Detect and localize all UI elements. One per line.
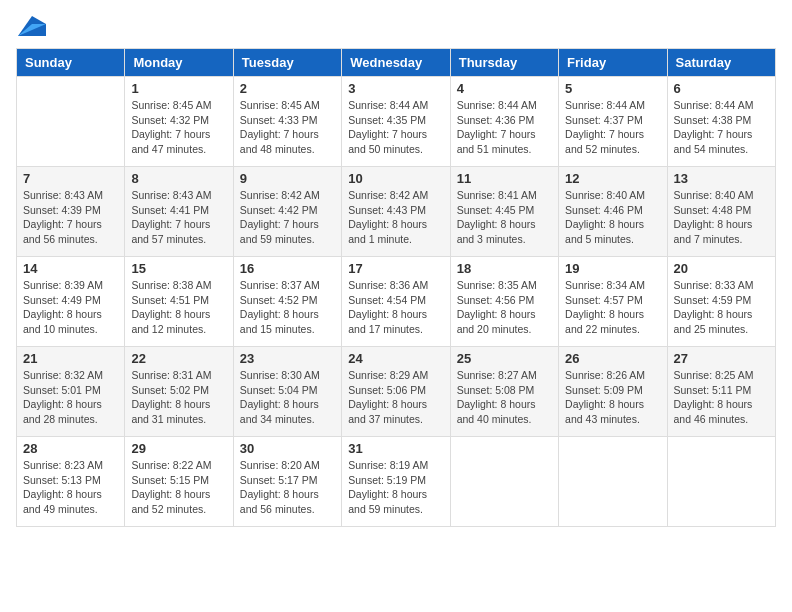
calendar-cell: 6Sunrise: 8:44 AM Sunset: 4:38 PM Daylig…	[667, 77, 775, 167]
calendar-cell: 2Sunrise: 8:45 AM Sunset: 4:33 PM Daylig…	[233, 77, 341, 167]
day-number: 29	[131, 441, 226, 456]
header-friday: Friday	[559, 49, 667, 77]
day-info: Sunrise: 8:38 AM Sunset: 4:51 PM Dayligh…	[131, 278, 226, 337]
day-number: 30	[240, 441, 335, 456]
day-number: 5	[565, 81, 660, 96]
day-info: Sunrise: 8:33 AM Sunset: 4:59 PM Dayligh…	[674, 278, 769, 337]
day-info: Sunrise: 8:36 AM Sunset: 4:54 PM Dayligh…	[348, 278, 443, 337]
day-number: 25	[457, 351, 552, 366]
day-number: 11	[457, 171, 552, 186]
calendar-week-row: 1Sunrise: 8:45 AM Sunset: 4:32 PM Daylig…	[17, 77, 776, 167]
day-info: Sunrise: 8:44 AM Sunset: 4:35 PM Dayligh…	[348, 98, 443, 157]
header-wednesday: Wednesday	[342, 49, 450, 77]
calendar-cell: 24Sunrise: 8:29 AM Sunset: 5:06 PM Dayli…	[342, 347, 450, 437]
day-info: Sunrise: 8:30 AM Sunset: 5:04 PM Dayligh…	[240, 368, 335, 427]
calendar-week-row: 28Sunrise: 8:23 AM Sunset: 5:13 PM Dayli…	[17, 437, 776, 527]
calendar-cell: 14Sunrise: 8:39 AM Sunset: 4:49 PM Dayli…	[17, 257, 125, 347]
day-info: Sunrise: 8:45 AM Sunset: 4:33 PM Dayligh…	[240, 98, 335, 157]
calendar-cell: 4Sunrise: 8:44 AM Sunset: 4:36 PM Daylig…	[450, 77, 558, 167]
day-info: Sunrise: 8:42 AM Sunset: 4:43 PM Dayligh…	[348, 188, 443, 247]
logo	[16, 16, 46, 36]
calendar-cell: 25Sunrise: 8:27 AM Sunset: 5:08 PM Dayli…	[450, 347, 558, 437]
calendar-cell: 1Sunrise: 8:45 AM Sunset: 4:32 PM Daylig…	[125, 77, 233, 167]
calendar-week-row: 7Sunrise: 8:43 AM Sunset: 4:39 PM Daylig…	[17, 167, 776, 257]
calendar-week-row: 14Sunrise: 8:39 AM Sunset: 4:49 PM Dayli…	[17, 257, 776, 347]
day-number: 10	[348, 171, 443, 186]
day-info: Sunrise: 8:44 AM Sunset: 4:37 PM Dayligh…	[565, 98, 660, 157]
header-thursday: Thursday	[450, 49, 558, 77]
calendar-cell: 27Sunrise: 8:25 AM Sunset: 5:11 PM Dayli…	[667, 347, 775, 437]
day-number: 18	[457, 261, 552, 276]
calendar-cell: 8Sunrise: 8:43 AM Sunset: 4:41 PM Daylig…	[125, 167, 233, 257]
calendar-cell: 5Sunrise: 8:44 AM Sunset: 4:37 PM Daylig…	[559, 77, 667, 167]
calendar-cell: 29Sunrise: 8:22 AM Sunset: 5:15 PM Dayli…	[125, 437, 233, 527]
calendar-cell: 16Sunrise: 8:37 AM Sunset: 4:52 PM Dayli…	[233, 257, 341, 347]
day-number: 31	[348, 441, 443, 456]
day-info: Sunrise: 8:40 AM Sunset: 4:46 PM Dayligh…	[565, 188, 660, 247]
calendar-header-row: SundayMondayTuesdayWednesdayThursdayFrid…	[17, 49, 776, 77]
calendar-cell: 18Sunrise: 8:35 AM Sunset: 4:56 PM Dayli…	[450, 257, 558, 347]
calendar-cell: 10Sunrise: 8:42 AM Sunset: 4:43 PM Dayli…	[342, 167, 450, 257]
calendar-week-row: 21Sunrise: 8:32 AM Sunset: 5:01 PM Dayli…	[17, 347, 776, 437]
calendar-cell	[450, 437, 558, 527]
day-info: Sunrise: 8:19 AM Sunset: 5:19 PM Dayligh…	[348, 458, 443, 517]
day-number: 4	[457, 81, 552, 96]
calendar-cell: 23Sunrise: 8:30 AM Sunset: 5:04 PM Dayli…	[233, 347, 341, 437]
day-number: 22	[131, 351, 226, 366]
day-info: Sunrise: 8:40 AM Sunset: 4:48 PM Dayligh…	[674, 188, 769, 247]
day-info: Sunrise: 8:20 AM Sunset: 5:17 PM Dayligh…	[240, 458, 335, 517]
day-number: 24	[348, 351, 443, 366]
calendar-cell	[559, 437, 667, 527]
day-number: 27	[674, 351, 769, 366]
page-header	[16, 16, 776, 36]
day-number: 6	[674, 81, 769, 96]
day-info: Sunrise: 8:44 AM Sunset: 4:38 PM Dayligh…	[674, 98, 769, 157]
header-monday: Monday	[125, 49, 233, 77]
day-number: 9	[240, 171, 335, 186]
day-info: Sunrise: 8:39 AM Sunset: 4:49 PM Dayligh…	[23, 278, 118, 337]
calendar-cell: 30Sunrise: 8:20 AM Sunset: 5:17 PM Dayli…	[233, 437, 341, 527]
day-number: 17	[348, 261, 443, 276]
day-number: 28	[23, 441, 118, 456]
calendar-cell: 20Sunrise: 8:33 AM Sunset: 4:59 PM Dayli…	[667, 257, 775, 347]
calendar-cell	[17, 77, 125, 167]
day-number: 14	[23, 261, 118, 276]
day-number: 15	[131, 261, 226, 276]
calendar-cell: 3Sunrise: 8:44 AM Sunset: 4:35 PM Daylig…	[342, 77, 450, 167]
day-info: Sunrise: 8:23 AM Sunset: 5:13 PM Dayligh…	[23, 458, 118, 517]
day-info: Sunrise: 8:37 AM Sunset: 4:52 PM Dayligh…	[240, 278, 335, 337]
calendar-table: SundayMondayTuesdayWednesdayThursdayFrid…	[16, 48, 776, 527]
calendar-cell: 19Sunrise: 8:34 AM Sunset: 4:57 PM Dayli…	[559, 257, 667, 347]
calendar-cell: 17Sunrise: 8:36 AM Sunset: 4:54 PM Dayli…	[342, 257, 450, 347]
calendar-cell: 12Sunrise: 8:40 AM Sunset: 4:46 PM Dayli…	[559, 167, 667, 257]
day-info: Sunrise: 8:22 AM Sunset: 5:15 PM Dayligh…	[131, 458, 226, 517]
calendar-cell: 15Sunrise: 8:38 AM Sunset: 4:51 PM Dayli…	[125, 257, 233, 347]
day-number: 23	[240, 351, 335, 366]
calendar-cell: 7Sunrise: 8:43 AM Sunset: 4:39 PM Daylig…	[17, 167, 125, 257]
calendar-cell: 22Sunrise: 8:31 AM Sunset: 5:02 PM Dayli…	[125, 347, 233, 437]
day-number: 19	[565, 261, 660, 276]
calendar-cell: 11Sunrise: 8:41 AM Sunset: 4:45 PM Dayli…	[450, 167, 558, 257]
day-number: 1	[131, 81, 226, 96]
day-number: 3	[348, 81, 443, 96]
logo-icon	[18, 16, 46, 36]
day-number: 7	[23, 171, 118, 186]
calendar-cell: 9Sunrise: 8:42 AM Sunset: 4:42 PM Daylig…	[233, 167, 341, 257]
day-info: Sunrise: 8:27 AM Sunset: 5:08 PM Dayligh…	[457, 368, 552, 427]
day-number: 20	[674, 261, 769, 276]
header-sunday: Sunday	[17, 49, 125, 77]
header-tuesday: Tuesday	[233, 49, 341, 77]
day-number: 26	[565, 351, 660, 366]
calendar-cell: 31Sunrise: 8:19 AM Sunset: 5:19 PM Dayli…	[342, 437, 450, 527]
day-info: Sunrise: 8:31 AM Sunset: 5:02 PM Dayligh…	[131, 368, 226, 427]
calendar-cell: 21Sunrise: 8:32 AM Sunset: 5:01 PM Dayli…	[17, 347, 125, 437]
day-number: 12	[565, 171, 660, 186]
calendar-cell: 13Sunrise: 8:40 AM Sunset: 4:48 PM Dayli…	[667, 167, 775, 257]
day-info: Sunrise: 8:43 AM Sunset: 4:41 PM Dayligh…	[131, 188, 226, 247]
day-info: Sunrise: 8:42 AM Sunset: 4:42 PM Dayligh…	[240, 188, 335, 247]
day-info: Sunrise: 8:41 AM Sunset: 4:45 PM Dayligh…	[457, 188, 552, 247]
day-info: Sunrise: 8:26 AM Sunset: 5:09 PM Dayligh…	[565, 368, 660, 427]
day-info: Sunrise: 8:35 AM Sunset: 4:56 PM Dayligh…	[457, 278, 552, 337]
day-number: 16	[240, 261, 335, 276]
day-info: Sunrise: 8:34 AM Sunset: 4:57 PM Dayligh…	[565, 278, 660, 337]
